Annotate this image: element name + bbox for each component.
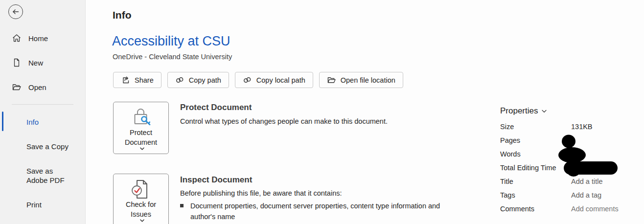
properties-dropdown[interactable]: Properties [500, 106, 547, 116]
sidebar-item-info[interactable]: Info [26, 117, 39, 127]
protect-document-description: Control what types of changes people can… [180, 117, 388, 125]
protect-document-dropdown[interactable]: Protect Document [113, 102, 169, 154]
chevron-down-icon [140, 219, 144, 222]
protect-document-heading: Protect Document [180, 103, 252, 112]
copy-local-path-button-label: Copy local path [256, 76, 305, 84]
document-title: Accessibility at CSU [112, 34, 230, 49]
check-for-issues-dropdown-label: Check for Issues [116, 200, 165, 224]
open-file-location-button[interactable]: Open file location [319, 72, 403, 88]
copy-local-path-button[interactable]: Copy local path [235, 72, 313, 88]
chain-link-icon [243, 75, 252, 85]
share-icon [121, 75, 130, 85]
bullet-icon [180, 204, 184, 207]
inspect-document-bullet-text: Document properties, document server pro… [190, 201, 461, 222]
sidebar-item-label: Home [28, 34, 48, 43]
copy-path-button[interactable]: Copy path [167, 72, 229, 88]
property-row-tags: Tags Add a tag [500, 188, 619, 202]
copy-path-button-label: Copy path [189, 76, 221, 84]
folder-open-icon [12, 82, 22, 92]
chevron-down-icon [542, 110, 547, 113]
property-label: Size [500, 123, 571, 131]
sidebar-item-new[interactable]: New [0, 55, 86, 70]
lock-with-key-icon [130, 107, 152, 128]
properties-dropdown-label: Properties [500, 106, 538, 116]
add-comments-field[interactable]: Add comments [571, 205, 619, 213]
page-title: Info [113, 9, 131, 21]
add-title-field[interactable]: Add a title [571, 178, 603, 185]
chevron-down-icon [140, 147, 144, 150]
selected-indicator [2, 112, 3, 131]
arrow-left-icon [12, 8, 20, 16]
new-document-icon [12, 58, 22, 67]
sidebar-item-print[interactable]: Print [26, 200, 42, 209]
sidebar-divider [12, 104, 73, 105]
document-location: OneDrive - Cleveland State University [113, 53, 232, 61]
property-label: Tags [500, 191, 571, 199]
add-tag-field[interactable]: Add a tag [571, 191, 601, 199]
sidebar-item-label: Open [28, 83, 46, 91]
sidebar-item-open[interactable]: Open [0, 79, 86, 95]
backstage-sidebar: Home New Open Info Save a Copy Save as A… [0, 0, 86, 224]
protect-document-dropdown-label: Protect Document [116, 128, 165, 157]
property-row-comments: Comments Add comments [500, 202, 619, 216]
inspect-document-bullet: Document properties, document server pro… [180, 201, 461, 222]
chain-link-icon [175, 75, 184, 85]
property-row-size: Size 131KB [500, 120, 619, 134]
sidebar-item-save-as-adobe-pdf[interactable]: Save as Adobe PDF [26, 166, 69, 185]
document-with-checkmark-icon [130, 179, 152, 200]
home-icon [12, 33, 22, 43]
check-for-issues-dropdown[interactable]: Check for Issues [113, 174, 169, 224]
sidebar-item-save-a-copy[interactable]: Save a Copy [26, 142, 69, 151]
share-button[interactable]: Share [113, 72, 161, 88]
sidebar-item-label: New [28, 59, 43, 67]
share-button-label: Share [135, 76, 154, 84]
document-actions: Share Copy path Copy local path Open fil… [113, 72, 403, 88]
sidebar-item-home[interactable]: Home [0, 30, 86, 46]
inspect-document-heading: Inspect Document [180, 175, 252, 185]
inspect-document-intro: Before publishing this file, be aware th… [180, 189, 342, 197]
redaction-scribble [555, 132, 625, 179]
property-label: Comments [500, 205, 571, 213]
open-file-location-button-label: Open file location [341, 76, 395, 84]
property-value: 131KB [571, 123, 593, 131]
property-label: Title [500, 178, 571, 185]
back-button[interactable] [8, 4, 23, 19]
folder-open-icon [327, 75, 336, 85]
